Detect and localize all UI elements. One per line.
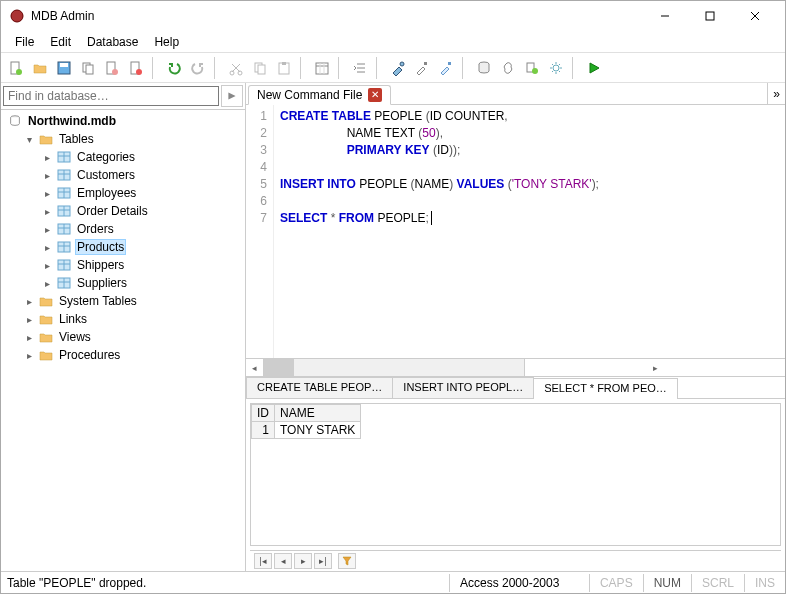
- db-root-node[interactable]: Northwind.mdb: [1, 112, 245, 130]
- chevron-right-icon[interactable]: ▸: [41, 188, 53, 199]
- search-input[interactable]: [3, 86, 219, 106]
- folder-icon: [38, 131, 54, 147]
- eyedropper-icon[interactable]: [411, 57, 433, 79]
- minimize-button[interactable]: [642, 2, 687, 30]
- table-node-products[interactable]: ▸Products: [1, 238, 245, 256]
- chevron-right-icon[interactable]: ▸: [41, 260, 53, 271]
- chevron-right-icon[interactable]: ▸: [23, 350, 35, 361]
- table-node-orders[interactable]: ▸Orders: [1, 220, 245, 238]
- table-label: Categories: [75, 149, 137, 165]
- table-node-customers[interactable]: ▸Customers: [1, 166, 245, 184]
- nav-first-icon[interactable]: |◂: [254, 553, 272, 569]
- column-header[interactable]: ID: [252, 405, 275, 422]
- run-icon[interactable]: [583, 57, 605, 79]
- nav-prev-icon[interactable]: ◂: [274, 553, 292, 569]
- db-tree[interactable]: Northwind.mdb ▾ Tables ▸Categories▸Custo…: [1, 110, 245, 571]
- menu-edit[interactable]: Edit: [42, 33, 79, 51]
- tree-node-procedures[interactable]: ▸Procedures: [1, 346, 245, 364]
- result-tab[interactable]: INSERT INTO PEOPL…: [392, 377, 534, 398]
- sql-editor[interactable]: 1234567 CREATE TABLE PEOPLE (ID COUNTER,…: [246, 105, 785, 358]
- result-tab[interactable]: SELECT * FROM PEO…: [533, 378, 678, 399]
- tree-node-system-tables[interactable]: ▸System Tables: [1, 292, 245, 310]
- close-button[interactable]: [732, 2, 777, 30]
- undo-icon[interactable]: [163, 57, 185, 79]
- folder-icon: [38, 329, 54, 345]
- copy2-icon[interactable]: [249, 57, 271, 79]
- nav-last-icon[interactable]: ▸|: [314, 553, 332, 569]
- editor-tab[interactable]: New Command File ✕: [248, 85, 391, 105]
- status-caps: CAPS: [589, 574, 643, 592]
- refresh-icon[interactable]: [521, 57, 543, 79]
- chevron-right-icon[interactable]: ▸: [41, 170, 53, 181]
- table-node-suppliers[interactable]: ▸Suppliers: [1, 274, 245, 292]
- code-area[interactable]: CREATE TABLE PEOPLE (ID COUNTER, NAME TE…: [274, 105, 785, 358]
- table-node-categories[interactable]: ▸Categories: [1, 148, 245, 166]
- menu-file[interactable]: File: [7, 33, 42, 51]
- date-icon[interactable]: [311, 57, 333, 79]
- status-message: Table "PEOPLE" dropped.: [1, 576, 152, 590]
- new-file-icon[interactable]: [5, 57, 27, 79]
- table-label: Shippers: [75, 257, 126, 273]
- chevron-right-icon[interactable]: ▸: [41, 278, 53, 289]
- scroll-thumb[interactable]: [264, 359, 294, 376]
- indent-icon[interactable]: [349, 57, 371, 79]
- scroll-track[interactable]: [264, 359, 524, 376]
- chevron-right-icon[interactable]: ▸: [23, 332, 35, 343]
- delete-doc-icon[interactable]: [125, 57, 147, 79]
- tables-node[interactable]: ▾ Tables: [1, 130, 245, 148]
- tab-close-icon[interactable]: ✕: [368, 88, 382, 102]
- cell: TONY STARK: [275, 422, 361, 439]
- link-icon[interactable]: [497, 57, 519, 79]
- chevron-down-icon[interactable]: ▾: [23, 134, 35, 145]
- column-header[interactable]: NAME: [275, 405, 361, 422]
- db-icon[interactable]: [473, 57, 495, 79]
- statusbar: Table "PEOPLE" dropped. Access 2000-2003…: [1, 571, 785, 593]
- filter-icon[interactable]: [338, 553, 356, 569]
- menu-help[interactable]: Help: [146, 33, 187, 51]
- tree-node-links[interactable]: ▸Links: [1, 310, 245, 328]
- svg-point-6: [16, 69, 22, 75]
- svg-rect-18: [258, 65, 265, 74]
- chevron-right-icon[interactable]: ▸: [41, 206, 53, 217]
- tree-node-views[interactable]: ▸Views: [1, 328, 245, 346]
- table-node-shippers[interactable]: ▸Shippers: [1, 256, 245, 274]
- node-label: Procedures: [57, 347, 122, 363]
- gear-icon[interactable]: [545, 57, 567, 79]
- svg-point-34: [553, 65, 559, 71]
- chevron-right-icon[interactable]: ▸: [23, 296, 35, 307]
- result-tabs: CREATE TABLE PEOP…INSERT INTO PEOPL…SELE…: [246, 377, 785, 399]
- new-doc-icon[interactable]: [101, 57, 123, 79]
- copy-icon[interactable]: [77, 57, 99, 79]
- tab-scroll-right-icon[interactable]: »: [767, 83, 785, 104]
- maximize-button[interactable]: [687, 2, 732, 30]
- redo-icon[interactable]: [187, 57, 209, 79]
- scroll-left-icon[interactable]: ◂: [246, 359, 264, 376]
- menubar: File Edit Database Help: [1, 31, 785, 53]
- editor-h-scrollbar[interactable]: ◂ ▸: [246, 358, 785, 376]
- app-icon: [9, 8, 25, 24]
- open-file-icon[interactable]: [29, 57, 51, 79]
- chevron-right-icon[interactable]: ▸: [23, 314, 35, 325]
- result-tab[interactable]: CREATE TABLE PEOP…: [246, 377, 393, 398]
- scroll-right-icon[interactable]: ▸: [524, 359, 785, 376]
- table-node-order-details[interactable]: ▸Order Details: [1, 202, 245, 220]
- menu-database[interactable]: Database: [79, 33, 146, 51]
- search-go-icon[interactable]: [221, 85, 243, 107]
- paste-icon[interactable]: [273, 57, 295, 79]
- editor-wrap: 1234567 CREATE TABLE PEOPLE (ID COUNTER,…: [246, 105, 785, 376]
- nav-next-icon[interactable]: ▸: [294, 553, 312, 569]
- chevron-right-icon[interactable]: ▸: [41, 242, 53, 253]
- cell: 1: [252, 422, 275, 439]
- cut-icon[interactable]: [225, 57, 247, 79]
- eyedropper2-icon[interactable]: [435, 57, 457, 79]
- table-node-employees[interactable]: ▸Employees: [1, 184, 245, 202]
- chevron-right-icon[interactable]: ▸: [41, 224, 53, 235]
- chevron-right-icon[interactable]: ▸: [41, 152, 53, 163]
- save-icon[interactable]: [53, 57, 75, 79]
- result-grid[interactable]: IDNAME1TONY STARK: [251, 404, 361, 439]
- tool-blue-icon[interactable]: [387, 57, 409, 79]
- table-row[interactable]: 1TONY STARK: [252, 422, 361, 439]
- toolbar-separator: [214, 57, 220, 79]
- node-label: Links: [57, 311, 89, 327]
- table-icon: [56, 275, 72, 291]
